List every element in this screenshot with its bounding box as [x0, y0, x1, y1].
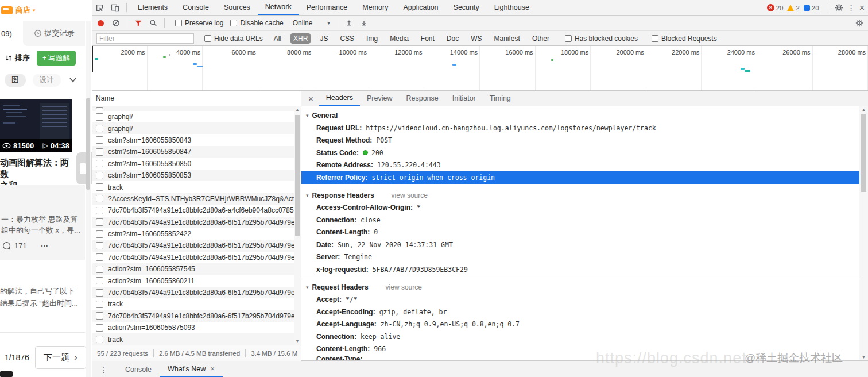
request-row[interactable]: graphql/: [92, 122, 301, 134]
request-headers-section-header[interactable]: ▾ Request Headers view source: [301, 281, 859, 294]
request-checkbox[interactable]: [96, 242, 103, 249]
request-type-filter[interactable]: JS: [317, 33, 331, 44]
chevron-down-icon[interactable]: [69, 77, 77, 83]
message-badge[interactable]: 20: [804, 5, 819, 11]
video-thumbnail[interactable]: 81500 ▷ 04:38: [0, 99, 72, 152]
close-tab-icon[interactable]: ×: [210, 364, 215, 373]
request-type-filter[interactable]: Media: [387, 33, 412, 44]
request-checkbox[interactable]: [96, 253, 103, 261]
devtools-tab[interactable]: Elements: [130, 0, 175, 15]
request-row[interactable]: 7dc70b4b3f57494a91e1c8bbfc2d80a6-6f517b2…: [92, 287, 301, 298]
disable-cache-checkbox[interactable]: Disable cache: [230, 19, 283, 27]
devtools-tab[interactable]: Lighthouse: [487, 0, 537, 15]
request-checkbox[interactable]: [96, 218, 103, 226]
checkbox[interactable]: [652, 35, 658, 42]
header-row[interactable]: Request Method: POST: [301, 134, 859, 147]
tab-solutions-partial[interactable]: 09): [0, 21, 23, 46]
tab-submissions[interactable]: 提交记录: [23, 21, 85, 46]
filter-input[interactable]: [96, 33, 194, 44]
devtools-tab[interactable]: Sources: [216, 0, 258, 15]
request-row[interactable]: cstm?stm=1606055850847: [92, 146, 301, 157]
request-checkbox[interactable]: [96, 266, 103, 273]
import-har-icon[interactable]: [342, 16, 356, 30]
checkbox[interactable]: [175, 20, 182, 26]
request-row[interactable]: cstm?stm=1606055850843: [92, 134, 301, 146]
header-row[interactable]: Status Code: 200: [301, 147, 859, 159]
request-checkbox[interactable]: [96, 207, 103, 214]
request-row[interactable]: ?AccessKeyId=STS.NTHyb3R7CFMHjrWBRWMucJZ…: [92, 193, 301, 205]
scrollbar-thumb[interactable]: [861, 114, 866, 192]
request-type-filter[interactable]: Font: [418, 33, 437, 44]
request-row[interactable]: graphql/: [92, 111, 301, 122]
scroll-down-icon[interactable]: ▼: [859, 355, 868, 359]
devtools-tab[interactable]: Application: [396, 0, 445, 15]
export-har-icon[interactable]: [356, 16, 371, 30]
drawer-tab-whats-new[interactable]: What's New ×: [160, 361, 223, 377]
clear-requests-icon[interactable]: [108, 16, 123, 30]
request-checkbox[interactable]: [96, 289, 103, 297]
request-checkbox[interactable]: [96, 277, 103, 284]
view-source-link[interactable]: view source: [386, 283, 422, 291]
request-row[interactable]: track: [92, 181, 301, 193]
request-type-filter[interactable]: Doc: [444, 33, 462, 44]
request-type-filter[interactable]: XHR: [290, 33, 311, 44]
request-checkbox[interactable]: [96, 136, 103, 144]
scroll-up-icon[interactable]: ▲: [294, 107, 301, 111]
request-checkbox[interactable]: [96, 160, 103, 167]
devtools-tab[interactable]: Network: [258, 0, 299, 15]
details-tab[interactable]: Response: [399, 91, 445, 106]
request-row[interactable]: 7dc70b4b3f57494a91e1c8bbfc2d80a6-6f517b2…: [92, 310, 301, 322]
record-button[interactable]: [98, 20, 104, 26]
request-row[interactable]: 7dc70b4b3f57494a91e1c8bbfc2d80a6-a4cf6eb…: [92, 205, 301, 216]
solution-list-item[interactable]: 一：暴力枚举 思路及算 组中的每一个数 x，寻... 171 ⋯: [0, 185, 85, 260]
request-type-filter[interactable]: Img: [363, 33, 381, 44]
preserve-log-checkbox[interactable]: Preserve log: [175, 19, 223, 27]
header-row[interactable]: Remote Address: 120.55.220.4:443: [301, 159, 859, 172]
request-row[interactable]: track: [92, 298, 301, 310]
request-row[interactable]: action?stm=1606055857545: [92, 263, 301, 275]
request-type-filter[interactable]: All: [271, 33, 284, 44]
request-type-filter[interactable]: WS: [468, 33, 485, 44]
request-checkbox[interactable]: [96, 301, 103, 308]
details-tab[interactable]: Initiator: [445, 91, 483, 106]
general-section-header[interactable]: ▾ General: [301, 109, 859, 122]
request-type-filter[interactable]: Other: [529, 33, 552, 44]
page-scrollbar-thumb[interactable]: [86, 98, 90, 190]
request-checkbox[interactable]: [96, 113, 103, 121]
request-checkbox[interactable]: [96, 324, 103, 332]
scrollbar-thumb[interactable]: [295, 115, 300, 236]
request-list-scrollbar[interactable]: ▲ ▼: [294, 106, 301, 345]
throttling-select[interactable]: Online ▾: [293, 19, 330, 27]
devtools-tab[interactable]: Console: [175, 0, 216, 15]
search-icon[interactable]: [146, 16, 161, 30]
details-tab[interactable]: Timing: [483, 91, 518, 106]
more-menu-icon[interactable]: ⋮: [847, 3, 855, 13]
details-tab[interactable]: Preview: [360, 91, 399, 106]
hide-data-urls-checkbox[interactable]: Hide data URLs: [204, 34, 263, 43]
request-checkbox[interactable]: [96, 148, 103, 156]
request-type-filter[interactable]: CSS: [337, 33, 357, 44]
store-link[interactable]: 商店: [16, 5, 30, 16]
request-checkbox[interactable]: [96, 172, 103, 179]
request-row[interactable]: 7dc70b4b3f57494a91e1c8bbfc2d80a6-6f517b2…: [92, 240, 301, 251]
request-row[interactable]: track: [92, 333, 301, 345]
checkbox[interactable]: [565, 35, 572, 42]
drawer-tab-console[interactable]: Console: [117, 361, 160, 377]
store-caret-icon[interactable]: ▾: [33, 7, 36, 13]
write-solution-button[interactable]: + 写题解: [37, 51, 76, 66]
video-solution-card[interactable]: 81500 ▷ 04:38 动画图解算法：两数 之和: [0, 99, 72, 191]
request-row[interactable]: cstm?stm=1606055850850: [92, 158, 301, 170]
details-scrollbar[interactable]: ▲ ▼: [859, 106, 868, 360]
checkbox[interactable]: [230, 20, 237, 26]
header-row[interactable]: Referrer Policy: strict-origin-when-cros…: [301, 171, 859, 184]
filter-funnel-icon[interactable]: [131, 16, 146, 30]
devtools-tab[interactable]: Performance: [299, 0, 355, 15]
more-options-icon[interactable]: ⋯: [41, 241, 49, 250]
name-column-header[interactable]: Name: [92, 91, 301, 106]
request-row[interactable]: action?stm=1606055860211: [92, 275, 301, 286]
response-headers-section-header[interactable]: ▾ Response Headers view source: [301, 189, 859, 202]
request-checkbox[interactable]: [96, 312, 103, 320]
request-checkbox[interactable]: [96, 195, 103, 202]
scroll-down-icon[interactable]: ▼: [294, 339, 301, 343]
request-checkbox[interactable]: [96, 125, 103, 132]
